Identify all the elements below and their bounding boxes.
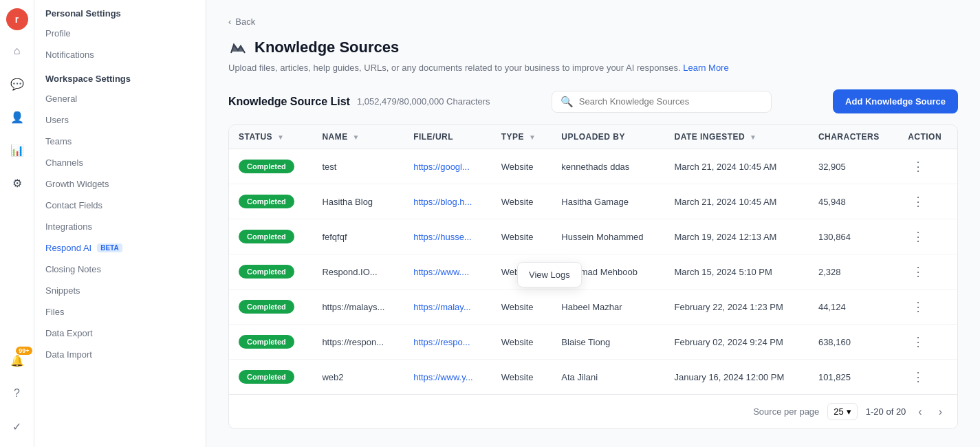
cell-status: Completed bbox=[229, 360, 312, 395]
cell-file-url[interactable]: https://blog.h... bbox=[404, 184, 492, 219]
back-label: Back bbox=[235, 17, 255, 27]
sidebar-item-general[interactable]: General bbox=[34, 88, 206, 109]
cell-file-url[interactable]: https://malay... bbox=[404, 290, 492, 325]
table-row: Completed test https://googl... Website … bbox=[229, 149, 957, 184]
sidebar-nav: r ⌂ 💬 👤 📊 ⚙ 🔔 99+ ? ✓ bbox=[0, 0, 34, 447]
cell-uploaded-by: Hasitha Gamage bbox=[552, 184, 664, 219]
page-subtitle: Upload files, articles, help guides, URL… bbox=[228, 63, 958, 73]
cell-action[interactable]: ⋮ bbox=[898, 254, 957, 290]
page-header: Knowledge Sources bbox=[228, 38, 958, 57]
cell-file-url[interactable]: https://googl... bbox=[404, 149, 492, 184]
cell-type: Website bbox=[492, 219, 552, 254]
prev-page-button[interactable]: ‹ bbox=[914, 404, 926, 419]
notifications-icon[interactable]: 🔔 99+ bbox=[5, 348, 30, 373]
learn-more-link[interactable]: Learn More bbox=[683, 63, 728, 73]
cell-type: Website bbox=[492, 290, 552, 325]
cell-date-ingested: March 21, 2024 10:45 AM bbox=[665, 184, 809, 219]
contacts-icon[interactable]: 👤 bbox=[5, 105, 30, 129]
row-action-button[interactable]: ⋮ bbox=[908, 157, 928, 175]
cell-action[interactable]: ⋮ bbox=[898, 290, 957, 325]
view-logs-popup[interactable]: View Logs bbox=[517, 262, 582, 287]
table-header-row: STATUS ▼ NAME ▼ FILE/URL TYPE ▼ UPLOADED… bbox=[229, 125, 957, 149]
home-icon[interactable]: ⌂ bbox=[5, 39, 30, 63]
sidebar-item-notifications[interactable]: Notifications bbox=[34, 44, 206, 65]
col-file-url[interactable]: FILE/URL bbox=[404, 125, 492, 149]
cell-action[interactable]: ⋮ bbox=[898, 360, 957, 395]
knowledge-source-table: STATUS ▼ NAME ▼ FILE/URL TYPE ▼ UPLOADED… bbox=[228, 124, 958, 429]
settings-icon[interactable]: ⚙ bbox=[5, 171, 30, 195]
status-badge: Completed bbox=[239, 335, 294, 349]
col-status[interactable]: STATUS ▼ bbox=[229, 125, 312, 149]
sidebar-item-integrations[interactable]: Integrations bbox=[34, 216, 206, 237]
cell-file-url[interactable]: https://husse... bbox=[404, 219, 492, 254]
notification-count: 99+ bbox=[16, 347, 32, 355]
url-link: https://www.y... bbox=[413, 372, 472, 382]
sidebar-item-teams[interactable]: Teams bbox=[34, 131, 206, 152]
char-count: 1,052,479/80,000,000 Characters bbox=[357, 96, 490, 107]
search-input[interactable] bbox=[579, 96, 763, 107]
cell-file-url[interactable]: https://respo... bbox=[404, 325, 492, 360]
col-name[interactable]: NAME ▼ bbox=[312, 125, 404, 149]
sidebar-item-snippets[interactable]: Snippets bbox=[34, 280, 206, 301]
cell-name: test bbox=[312, 149, 404, 184]
cell-action[interactable]: ⋮ bbox=[898, 149, 957, 184]
col-characters: CHARACTERS bbox=[809, 125, 898, 149]
cell-action[interactable]: ⋮ bbox=[898, 219, 957, 254]
url-link: https://www.... bbox=[413, 267, 469, 277]
sidebar-item-growth-widgets[interactable]: Growth Widgets bbox=[34, 173, 206, 195]
cell-status: Completed bbox=[229, 219, 312, 254]
cell-type: Website bbox=[492, 325, 552, 360]
row-action-button[interactable]: ⋮ bbox=[908, 298, 928, 316]
chat-icon[interactable]: 💬 bbox=[5, 72, 30, 96]
row-action-button[interactable]: ⋮ bbox=[908, 193, 928, 210]
col-uploaded-by[interactable]: UPLOADED BY bbox=[552, 125, 664, 149]
per-page-select[interactable]: 25 ▾ bbox=[827, 403, 857, 420]
sidebar-item-files[interactable]: Files bbox=[34, 301, 206, 323]
cell-date-ingested: January 16, 2024 12:00 PM bbox=[665, 360, 809, 395]
page-title: Knowledge Sources bbox=[254, 39, 399, 56]
cell-file-url[interactable]: https://www.... bbox=[404, 254, 492, 290]
cell-name: https://respon... bbox=[312, 325, 404, 360]
add-knowledge-source-button[interactable]: Add Knowledge Source bbox=[833, 89, 958, 113]
cell-file-url[interactable]: https://www.y... bbox=[404, 360, 492, 395]
help-icon[interactable]: ? bbox=[5, 381, 30, 406]
sidebar-item-data-import[interactable]: Data Import bbox=[34, 344, 206, 365]
table-row: Completed fefqfqf https://husse... Websi… bbox=[229, 219, 957, 254]
main-content: ‹ Back Knowledge Sources Upload files, a… bbox=[206, 0, 980, 447]
sidebar-item-users[interactable]: Users bbox=[34, 109, 206, 131]
sidebar-item-profile[interactable]: Profile bbox=[34, 23, 206, 44]
cell-characters: 45,948 bbox=[809, 184, 898, 219]
sort-icon: ▼ bbox=[529, 133, 536, 141]
url-link: https://malay... bbox=[413, 302, 471, 312]
sidebar-item-respond-ai[interactable]: Respond AI BETA bbox=[34, 237, 206, 259]
cell-name: web2 bbox=[312, 360, 404, 395]
cell-action[interactable]: ⋮ bbox=[898, 184, 957, 219]
row-action-button[interactable]: ⋮ bbox=[908, 333, 928, 351]
cell-status: Completed bbox=[229, 290, 312, 325]
check-icon[interactable]: ✓ bbox=[5, 414, 30, 439]
cell-characters: 101,825 bbox=[809, 360, 898, 395]
sidebar-item-channels[interactable]: Channels bbox=[34, 152, 206, 173]
row-action-button[interactable]: ⋮ bbox=[908, 228, 928, 246]
cell-date-ingested: February 02, 2024 9:24 PM bbox=[665, 325, 809, 360]
avatar[interactable]: r bbox=[6, 8, 28, 30]
col-date-ingested[interactable]: DATE INGESTED ▼ bbox=[665, 125, 809, 149]
sidebar-item-data-export[interactable]: Data Export bbox=[34, 323, 206, 344]
sidebar-item-contact-fields[interactable]: Contact Fields bbox=[34, 195, 206, 216]
sidebar-item-closing-notes[interactable]: Closing Notes bbox=[34, 259, 206, 280]
reports-icon[interactable]: 📊 bbox=[5, 138, 30, 162]
sort-icon: ▼ bbox=[750, 133, 756, 141]
row-action-button[interactable]: ⋮ bbox=[908, 368, 928, 386]
cell-date-ingested: March 19, 2024 12:13 AM bbox=[665, 219, 809, 254]
row-action-button[interactable]: ⋮ bbox=[908, 263, 928, 281]
cell-action[interactable]: ⋮ bbox=[898, 325, 957, 360]
col-action: ACTION bbox=[898, 125, 957, 149]
col-type[interactable]: TYPE ▼ bbox=[492, 125, 552, 149]
chevron-down-icon: ▾ bbox=[847, 406, 851, 417]
next-page-button[interactable]: › bbox=[935, 404, 946, 419]
cell-uploaded-by: Habeel Mazhar bbox=[552, 290, 664, 325]
cell-uploaded-by: Hussein Mohammed bbox=[552, 219, 664, 254]
url-link: https://googl... bbox=[413, 162, 470, 172]
table-row: Completed https://malays... https://mala… bbox=[229, 290, 957, 325]
back-link[interactable]: ‹ Back bbox=[228, 17, 958, 27]
